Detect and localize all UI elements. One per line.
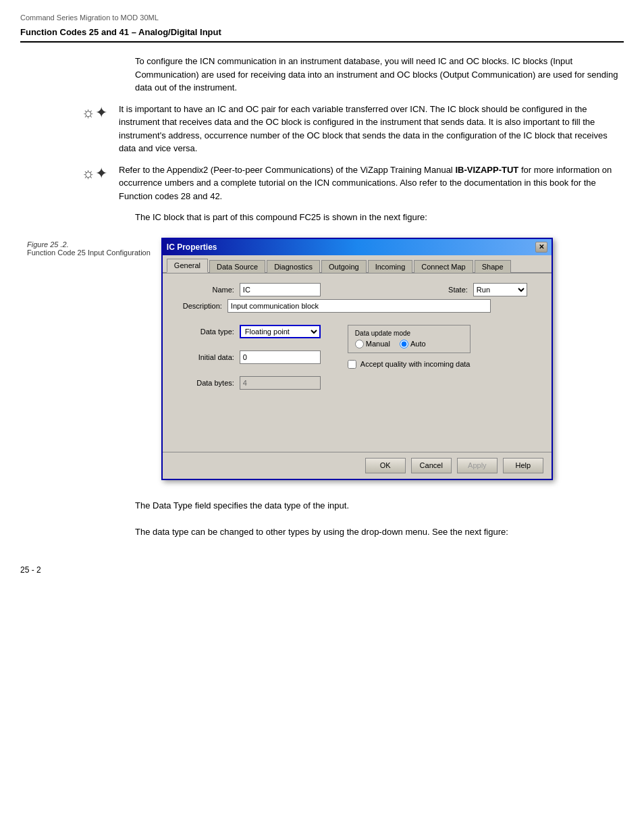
page-breadcrumb: Command Series Migration to MOD 30ML xyxy=(20,14,624,22)
accept-quality-row: Accept quality with incoming data xyxy=(348,360,471,369)
data-type-select[interactable]: Floating point Integer Boolean xyxy=(240,325,321,338)
help-button[interactable]: Help xyxy=(503,458,543,473)
title-divider xyxy=(20,41,624,43)
note-text-1: It is important to have an IC and OC pai… xyxy=(119,103,624,155)
tab-incoming[interactable]: Incoming xyxy=(368,260,413,273)
radio-group-update-mode: Manual Auto xyxy=(355,340,463,348)
tab-general[interactable]: General xyxy=(167,259,208,273)
note-icon-1: ☼✦ xyxy=(81,104,108,122)
radio-manual-text: Manual xyxy=(366,340,390,348)
initial-data-field-row: Initial data: xyxy=(173,350,321,364)
name-label: Name: xyxy=(173,286,234,294)
dialog-titlebar: IC Properties ✕ xyxy=(163,239,552,255)
name-input[interactable] xyxy=(240,283,321,296)
tab-data-source[interactable]: Data Source xyxy=(209,260,265,273)
radio-manual-label[interactable]: Manual xyxy=(355,340,390,348)
tab-connect-map[interactable]: Connect Map xyxy=(414,260,473,273)
ic-properties-dialog: IC Properties ✕ General Data Source Diag… xyxy=(161,238,553,480)
dialog-footer: OK Cancel Apply Help xyxy=(163,452,552,479)
data-type-label: Data type: xyxy=(173,328,234,336)
paragraph-4: The data type can be changed to other ty… xyxy=(135,525,624,539)
radio-auto[interactable] xyxy=(400,340,408,348)
dialog-body: Name: State: Run Stop Description: xyxy=(163,273,552,452)
page-number: 25 - 2 xyxy=(20,565,624,575)
dialog-close-button[interactable]: ✕ xyxy=(535,242,547,253)
description-section: Description: xyxy=(173,299,541,313)
section-title: Function Codes 25 and 41 – Analog/Digita… xyxy=(20,27,624,37)
dialog-tabs: General Data Source Diagnostics Outgoing… xyxy=(163,255,552,273)
cancel-button[interactable]: Cancel xyxy=(411,458,452,473)
figure-caption: Figure 25 .2. Function Code 25 Input Con… xyxy=(27,238,151,257)
ok-button[interactable]: OK xyxy=(365,458,406,473)
data-update-mode-title: Data update mode xyxy=(355,330,463,337)
radio-auto-text: Auto xyxy=(410,340,426,348)
initial-data-label: Initial data: xyxy=(173,353,234,361)
data-bytes-field-row: Data bytes: xyxy=(173,376,321,390)
tab-diagnostics[interactable]: Diagnostics xyxy=(267,260,320,273)
radio-manual[interactable] xyxy=(355,340,364,348)
data-bytes-label: Data bytes: xyxy=(173,379,234,387)
accept-quality-label: Accept quality with incoming data xyxy=(360,360,471,368)
data-type-combo: Floating point Integer Boolean xyxy=(240,325,321,338)
note-icon-2: ☼✦ xyxy=(81,165,108,182)
state-select[interactable]: Run Stop xyxy=(473,283,527,296)
accept-quality-checkbox[interactable] xyxy=(348,360,356,369)
paragraph-2: The IC block that is part of this compou… xyxy=(135,211,624,224)
paragraph-1: To configure the ICN communication in an… xyxy=(135,55,624,95)
tab-shape[interactable]: Shape xyxy=(475,260,511,273)
tab-outgoing[interactable]: Outgoing xyxy=(321,260,367,273)
paragraph-3: The Data Type field specifies the data t… xyxy=(135,499,624,513)
apply-button[interactable]: Apply xyxy=(457,458,498,473)
data-type-field-row: Data type: Floating point Integer Boolea… xyxy=(173,325,321,338)
radio-auto-label[interactable]: Auto xyxy=(400,340,426,348)
description-input[interactable] xyxy=(227,299,491,313)
description-label: Description: xyxy=(173,302,222,310)
data-update-mode-box: Data update mode Manual Auto xyxy=(348,325,471,353)
state-label: State: xyxy=(407,286,468,294)
note-text-2: Refer to the Appendix2 (Peer-to-peer Com… xyxy=(119,163,624,203)
initial-data-input[interactable] xyxy=(240,350,321,364)
dialog-title: IC Properties xyxy=(167,242,217,252)
data-bytes-input[interactable] xyxy=(240,376,321,390)
data-type-row: Data type: Floating point Integer Boolea… xyxy=(173,325,541,396)
name-state-section: Name: State: Run Stop xyxy=(173,283,541,296)
